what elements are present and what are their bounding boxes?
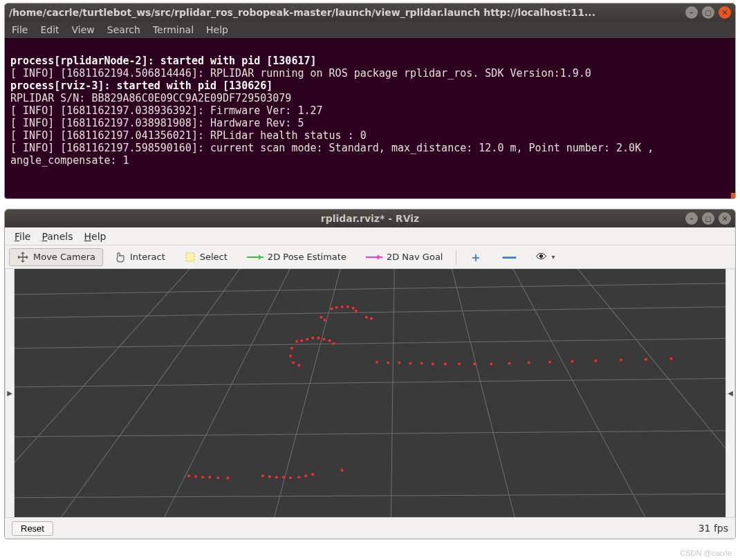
right-panel-handle[interactable]: ◀ xyxy=(725,269,735,517)
svg-point-29 xyxy=(317,337,320,339)
svg-point-49 xyxy=(548,361,551,364)
close-icon[interactable]: ✕ xyxy=(719,6,731,19)
maximize-icon[interactable]: ◻ xyxy=(702,6,714,19)
svg-point-16 xyxy=(335,306,338,309)
rviz-title: rplidar.rviz* - RViz xyxy=(321,213,419,224)
svg-point-21 xyxy=(320,316,322,319)
svg-point-22 xyxy=(323,319,326,321)
plus-icon: ＋ xyxy=(470,249,482,265)
rviz-toolbar: Move Camera Interact Select 2D Pose Esti… xyxy=(5,245,735,269)
tool-move-camera[interactable]: Move Camera xyxy=(9,248,103,266)
minimize-icon[interactable]: – xyxy=(685,6,698,19)
svg-point-58 xyxy=(208,476,211,478)
terminal-line: process[rplidarNode-2]: started with pid… xyxy=(10,55,317,67)
tool-add[interactable]: ＋ xyxy=(462,246,490,268)
tool-visibility[interactable]: 👁 ▾ xyxy=(528,248,562,266)
reset-button[interactable]: Reset xyxy=(12,521,53,536)
tool-2d-pose-estimate[interactable]: 2D Pose Estimate xyxy=(239,249,354,265)
svg-point-54 xyxy=(669,357,672,360)
menu-file[interactable]: File xyxy=(15,231,30,242)
svg-point-66 xyxy=(297,476,300,478)
menu-edit[interactable]: Edit xyxy=(40,24,59,35)
svg-point-35 xyxy=(292,362,295,364)
window-buttons: – ◻ ✕ xyxy=(685,212,731,225)
svg-point-30 xyxy=(322,338,325,341)
rviz-statusbar: Reset 31 fps xyxy=(5,518,735,539)
svg-point-26 xyxy=(300,339,303,342)
menu-help[interactable]: Help xyxy=(206,24,228,35)
svg-point-67 xyxy=(304,474,307,477)
svg-point-15 xyxy=(331,308,333,310)
svg-point-60 xyxy=(226,476,229,479)
tool-remove[interactable]: — xyxy=(494,245,524,268)
terminal-output[interactable]: process[rplidarNode-2]: started with pid… xyxy=(5,38,735,198)
grid-viz-icon xyxy=(15,269,725,517)
svg-line-11 xyxy=(15,338,725,349)
rviz-3d-view[interactable] xyxy=(15,269,725,517)
svg-point-23 xyxy=(365,316,368,319)
tool-label: Select xyxy=(200,252,228,262)
menu-terminal[interactable]: Terminal xyxy=(153,24,194,35)
svg-point-24 xyxy=(370,317,373,320)
svg-line-9 xyxy=(15,283,725,295)
toolbar-separator xyxy=(456,250,456,265)
svg-point-20 xyxy=(355,310,358,312)
menu-view[interactable]: View xyxy=(72,24,95,35)
pose-estimate-icon xyxy=(247,256,263,258)
svg-line-4 xyxy=(272,269,342,517)
terminal-line: [ INFO] [1681162194.506814446]: RPLIDAR … xyxy=(10,67,591,80)
svg-line-3 xyxy=(161,269,293,517)
svg-point-31 xyxy=(329,339,331,342)
select-icon xyxy=(185,252,196,263)
tool-interact[interactable]: Interact xyxy=(107,248,173,266)
rviz-menubar: File Panels Help xyxy=(5,227,735,245)
svg-line-1 xyxy=(15,269,196,517)
scrollbar-indicator-icon[interactable] xyxy=(731,193,735,198)
terminal-menubar: File Edit View Search Terminal Help xyxy=(5,21,735,38)
terminal-titlebar[interactable]: /home/cacrle/turtlebot_ws/src/rplidar_ro… xyxy=(5,3,735,21)
svg-point-28 xyxy=(311,337,314,339)
svg-point-27 xyxy=(306,338,308,341)
tool-2d-nav-goal[interactable]: 2D Nav Goal xyxy=(358,249,451,265)
rviz-window: rplidar.rviz* - RViz – ◻ ✕ File Panels H… xyxy=(4,209,736,539)
svg-point-62 xyxy=(268,475,271,478)
menu-panels[interactable]: Panels xyxy=(41,231,73,242)
svg-point-59 xyxy=(216,476,219,479)
interact-icon xyxy=(115,251,126,263)
svg-point-39 xyxy=(398,362,400,364)
menu-file[interactable]: File xyxy=(12,24,28,35)
rviz-titlebar[interactable]: rplidar.rviz* - RViz – ◻ ✕ xyxy=(5,209,735,227)
fps-readout: 31 fps xyxy=(699,523,728,534)
menu-search[interactable]: Search xyxy=(107,24,140,35)
menu-help[interactable]: Help xyxy=(84,231,107,242)
svg-line-7 xyxy=(510,269,649,517)
svg-point-37 xyxy=(376,361,378,364)
tool-label: 2D Nav Goal xyxy=(387,252,443,262)
eye-icon: 👁 xyxy=(536,250,547,263)
close-icon[interactable]: ✕ xyxy=(719,212,731,225)
minimize-icon[interactable]: – xyxy=(685,212,698,225)
terminal-line: process[rviz-3]: started with pid [13062… xyxy=(10,80,272,92)
svg-point-69 xyxy=(341,469,344,472)
maximize-icon[interactable]: ◻ xyxy=(702,212,714,225)
svg-point-56 xyxy=(194,475,197,478)
svg-point-68 xyxy=(311,473,314,476)
svg-point-33 xyxy=(290,347,293,350)
rviz-main: ▶ xyxy=(5,269,735,518)
tool-select[interactable]: Select xyxy=(177,249,235,265)
svg-line-12 xyxy=(15,378,725,388)
svg-point-38 xyxy=(387,362,389,364)
svg-point-41 xyxy=(420,362,423,365)
watermark: CSDN @cacrle xyxy=(680,549,732,557)
svg-point-25 xyxy=(295,340,298,343)
svg-point-18 xyxy=(346,306,349,308)
terminal-line: RPLIDAR S/N: BB829A86C0E09CC9A2E09DF7295… xyxy=(10,92,291,104)
svg-point-50 xyxy=(571,360,573,363)
svg-point-43 xyxy=(444,363,447,366)
left-panel-handle[interactable]: ▶ xyxy=(5,269,15,517)
move-camera-icon xyxy=(17,251,29,263)
svg-point-40 xyxy=(409,362,411,365)
svg-point-51 xyxy=(595,360,598,362)
svg-point-57 xyxy=(201,476,204,478)
svg-point-55 xyxy=(187,474,190,477)
